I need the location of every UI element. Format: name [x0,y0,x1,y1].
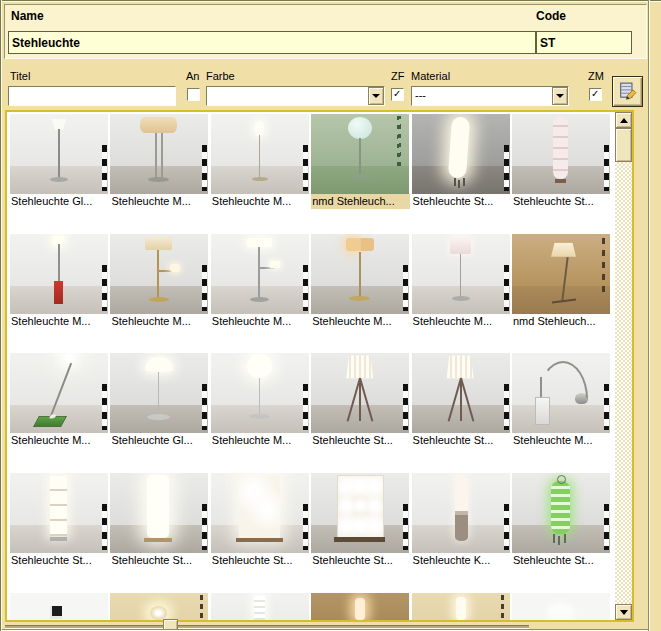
measuring-ruler [504,265,509,311]
thumbnail-cell[interactable]: nmd Stehleuch... [512,234,612,332]
thumbnail-cell[interactable]: Stehleuchte St... [211,473,311,571]
thumbnail-cell[interactable]: Stehleuchte M... [10,353,110,451]
thumbnail-cell[interactable] [211,593,311,620]
thumbnail-cell[interactable]: Stehleuchte St... [412,114,512,212]
lamp-photo[interactable] [311,593,409,620]
thumbnail-cell[interactable] [412,593,512,620]
lamp-photo[interactable] [10,114,108,194]
lamp-photo[interactable] [412,114,510,194]
thumbnail-caption: Stehleuchte M... [110,314,209,329]
thumbnail-cell[interactable]: Stehleuchte St... [10,473,110,571]
thumbnail-cell[interactable]: Stehleuchte Gl... [110,353,210,451]
thumbnail-cell[interactable] [512,593,612,620]
lamp-photo[interactable] [311,114,409,194]
scroll-down-button[interactable] [615,604,632,620]
measuring-ruler [303,145,308,191]
thumbnail-cell[interactable] [110,593,210,620]
thumbnail-cell[interactable] [10,593,110,620]
lamp-photo[interactable] [211,353,309,433]
lamp-photo[interactable] [211,593,309,620]
report-edit-button[interactable] [612,76,643,107]
thumbnail-cell[interactable]: Stehleuchte M... [110,114,210,212]
thumbnail-cell[interactable]: Stehleuchte St... [311,473,411,571]
thumbnail-cell[interactable]: Stehleuchte M... [211,114,311,212]
material-combobox-value: --- [415,89,426,101]
scrollbar-thumb[interactable] [615,128,632,162]
lamp-illustration [10,473,108,553]
lamp-photo[interactable] [512,114,610,194]
measuring-ruler [403,504,408,550]
titel-input[interactable] [8,86,176,106]
code-input[interactable] [536,31,632,54]
thumbnail-cell[interactable]: Stehleuchte M... [412,234,512,332]
thumbnail-cell[interactable]: Stehleuchte K... [412,473,512,571]
lamp-photo[interactable] [110,593,208,620]
dropdown-arrow-icon[interactable] [552,87,568,105]
lamp-photo[interactable] [512,353,610,433]
thumbnail-caption: Stehleuchte M... [211,314,310,329]
thumbnail-caption: Stehleuchte St... [512,194,611,209]
lamp-photo[interactable] [110,114,208,194]
thumbnail-cell[interactable]: Stehleuchte St... [512,473,612,571]
thumbnail-cell[interactable]: Stehleuchte Gl... [10,114,110,212]
lamp-photo[interactable] [512,593,610,620]
scroll-up-button[interactable] [615,112,632,128]
thumbnail-cell[interactable]: Stehleuchte St... [110,473,210,571]
measuring-ruler [604,504,609,550]
lamp-photo[interactable] [10,353,108,433]
thumbnail-cell[interactable]: Stehleuchte M... [512,353,612,451]
lamp-illustration [311,353,409,433]
thumbnail-caption: Stehleuchte St... [110,553,209,568]
lamp-photo[interactable] [211,114,309,194]
lamp-photo[interactable] [512,473,610,553]
lamp-photo[interactable] [311,473,409,553]
lamp-photo[interactable] [110,353,208,433]
lamp-photo[interactable] [10,234,108,314]
lamp-photo[interactable] [311,353,409,433]
farbe-combobox[interactable] [206,86,385,106]
zm-checkbox[interactable] [589,88,602,101]
thumbnail-cell[interactable]: Stehleuchte M... [211,353,311,451]
thumbnail-cell[interactable]: Stehleuchte St... [512,114,612,212]
lamp-photo[interactable] [412,593,510,620]
product-catalog-window: Name Code Titel An Farbe ZF Material ---… [0,0,661,631]
thumbnail-cell[interactable]: nmd Stehleuch... [311,114,411,212]
lamp-photo[interactable] [10,473,108,553]
thumbnail-caption: Stehleuchte St... [412,194,511,209]
thumbnail-cell[interactable] [311,593,411,620]
lamp-photo[interactable] [10,593,108,620]
thumbnail-caption: Stehleuchte Gl... [10,194,109,209]
zf-checkbox[interactable] [391,88,404,101]
lamp-photo[interactable] [512,234,610,314]
thumbnail-cell[interactable]: Stehleuchte M... [110,234,210,332]
lamp-illustration [412,593,510,620]
dropdown-arrow-icon[interactable] [368,87,384,105]
farbe-label: Farbe [206,70,235,82]
lamp-photo[interactable] [412,473,510,553]
name-input[interactable] [8,31,536,54]
lamp-illustration [110,353,208,433]
lamp-photo[interactable] [412,353,510,433]
lamp-illustration [211,353,309,433]
lamp-photo[interactable] [211,234,309,314]
thumbnail-caption: Stehleuchte St... [311,553,410,568]
bottom-groove-divider [2,629,648,630]
thumbnail-cell[interactable]: Stehleuchte St... [412,353,512,451]
vertical-scrollbar[interactable] [615,112,632,620]
lamp-photo[interactable] [211,473,309,553]
material-combobox[interactable]: --- [411,86,569,106]
lamp-photo[interactable] [110,473,208,553]
thumbnail-caption: Stehleuchte St... [10,553,109,568]
lamp-photo[interactable] [412,234,510,314]
lamp-photo[interactable] [110,234,208,314]
thumbnail-caption: Stehleuchte St... [211,553,310,568]
thumbnail-caption: Stehleuchte Gl... [110,433,209,448]
thumbnail-cell[interactable]: Stehleuchte St... [311,353,411,451]
an-checkbox[interactable] [187,88,200,101]
thumbnail-cell[interactable]: Stehleuchte M... [211,234,311,332]
thumbnail-caption: Stehleuchte M... [512,433,611,448]
thumbnail-cell[interactable]: Stehleuchte M... [10,234,110,332]
lamp-photo[interactable] [311,234,409,314]
measuring-ruler [102,384,107,430]
thumbnail-cell[interactable]: Stehleuchte M... [311,234,411,332]
